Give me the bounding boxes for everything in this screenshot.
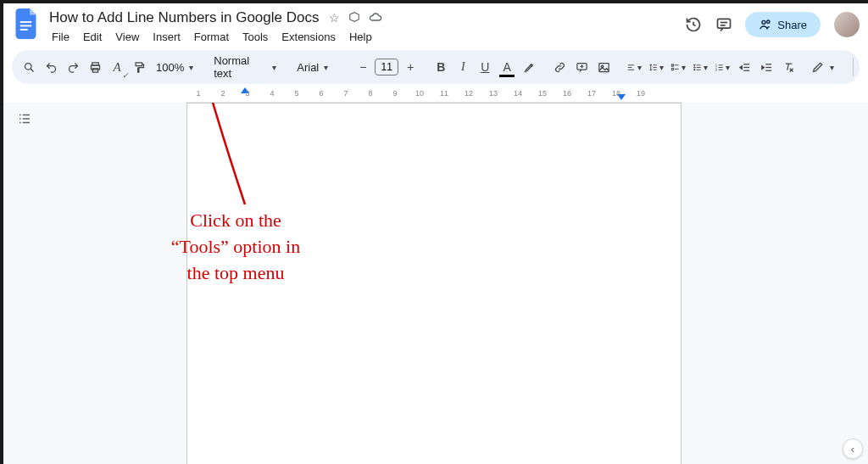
print-icon[interactable] bbox=[85, 56, 105, 78]
bold-icon[interactable]: B bbox=[431, 56, 451, 78]
menu-edit[interactable]: Edit bbox=[77, 29, 108, 45]
cloud-status-icon[interactable] bbox=[369, 11, 382, 25]
annotation-line: the top menu bbox=[151, 260, 320, 287]
ruler-row: 12345678910111213141516171819 bbox=[3, 87, 868, 103]
spellcheck-icon[interactable]: A✓ bbox=[107, 56, 127, 78]
share-button[interactable]: Share bbox=[745, 12, 821, 37]
caret-down-icon: ▾ bbox=[324, 63, 328, 72]
undo-icon[interactable] bbox=[41, 56, 61, 78]
bulleted-list-dropdown[interactable]: ▾ bbox=[690, 56, 710, 78]
menu-extensions[interactable]: Extensions bbox=[275, 29, 342, 45]
docs-logo[interactable] bbox=[12, 8, 42, 39]
underline-icon[interactable]: U bbox=[475, 56, 495, 78]
redo-icon[interactable] bbox=[63, 56, 83, 78]
ruler-number: 19 bbox=[637, 89, 645, 98]
svg-text:3: 3 bbox=[715, 69, 717, 72]
people-icon bbox=[759, 18, 772, 31]
line-spacing-dropdown[interactable]: ▾ bbox=[646, 56, 666, 78]
collapse-toolbar-icon[interactable] bbox=[862, 56, 868, 78]
caret-down-icon: ▾ bbox=[272, 63, 276, 72]
ruler-number: 7 bbox=[343, 89, 348, 98]
title-icons: ☆ bbox=[329, 11, 382, 25]
menu-bar: File Edit View Insert Format Tools Exten… bbox=[46, 29, 382, 45]
ruler-number: 1 bbox=[196, 89, 200, 98]
ruler-number: 2 bbox=[220, 89, 225, 98]
explore-fab[interactable]: ‹ bbox=[843, 439, 863, 459]
title-row: How to Add Line Numbers in Google Docs ☆ bbox=[46, 8, 382, 27]
numbered-list-dropdown[interactable]: 123▾ bbox=[712, 56, 732, 78]
highlight-color-icon[interactable] bbox=[519, 56, 539, 78]
ruler-number: 11 bbox=[440, 89, 448, 98]
header-right-controls: Share bbox=[684, 12, 860, 37]
svg-rect-27 bbox=[672, 68, 674, 70]
ruler-number: 16 bbox=[563, 89, 571, 98]
ruler-number: 14 bbox=[514, 89, 522, 98]
share-label: Share bbox=[777, 19, 807, 31]
italic-icon[interactable]: I bbox=[453, 56, 473, 78]
svg-point-30 bbox=[694, 66, 695, 67]
menu-tools[interactable]: Tools bbox=[236, 29, 274, 45]
user-avatar[interactable] bbox=[834, 12, 860, 37]
move-icon[interactable] bbox=[348, 11, 360, 25]
svg-point-7 bbox=[767, 20, 770, 23]
google-docs-app: How to Add Line Numbers in Google Docs ☆… bbox=[3, 3, 868, 464]
search-menus-icon[interactable] bbox=[19, 56, 39, 78]
paragraph-style-dropdown[interactable]: Normal text▾ bbox=[209, 54, 281, 80]
menu-insert[interactable]: Insert bbox=[147, 29, 186, 45]
ruler-number: 6 bbox=[319, 89, 323, 98]
paint-format-icon[interactable] bbox=[129, 56, 149, 78]
zoom-dropdown[interactable]: 100%▾ bbox=[151, 61, 198, 74]
svg-point-6 bbox=[762, 20, 765, 24]
insert-image-icon[interactable] bbox=[593, 56, 614, 78]
toolbar: A✓ 100%▾ Normal text▾ Arial▾ − 11 + B I … bbox=[12, 50, 860, 84]
ruler-number: 9 bbox=[392, 89, 397, 98]
outline-toggle[interactable] bbox=[3, 103, 46, 464]
header: How to Add Line Numbers in Google Docs ☆… bbox=[3, 3, 868, 45]
font-name-value: Arial bbox=[297, 61, 319, 74]
ruler-number: 5 bbox=[294, 89, 298, 98]
font-size-decrease[interactable]: − bbox=[353, 56, 373, 78]
document-canvas: Click on the “Tools” option in the top m… bbox=[3, 103, 868, 464]
increase-indent-icon[interactable] bbox=[756, 56, 776, 78]
decrease-indent-icon[interactable] bbox=[734, 56, 754, 78]
insert-link-icon[interactable] bbox=[549, 56, 570, 78]
menu-help[interactable]: Help bbox=[343, 29, 378, 45]
svg-rect-13 bbox=[136, 62, 142, 65]
caret-down-icon: ▾ bbox=[189, 63, 193, 72]
font-size-input[interactable]: 11 bbox=[375, 59, 398, 75]
clear-formatting-icon[interactable] bbox=[778, 56, 798, 78]
document-title[interactable]: How to Add Line Numbers in Google Docs bbox=[46, 8, 322, 27]
star-icon[interactable]: ☆ bbox=[329, 11, 340, 25]
ruler-number: 4 bbox=[270, 89, 274, 98]
svg-rect-1 bbox=[20, 25, 32, 27]
svg-rect-0 bbox=[20, 21, 32, 23]
annotation-line: “Tools” option in bbox=[151, 234, 320, 260]
ruler-number: 10 bbox=[415, 89, 424, 98]
font-dropdown[interactable]: Arial▾ bbox=[292, 61, 342, 74]
text-color-icon[interactable]: A bbox=[497, 56, 517, 78]
menu-file[interactable]: File bbox=[46, 29, 75, 45]
font-size-increase[interactable]: + bbox=[400, 56, 420, 78]
ruler-number: 18 bbox=[612, 89, 620, 98]
svg-point-29 bbox=[694, 64, 695, 65]
paragraph-style-value: Normal text bbox=[214, 54, 267, 80]
menu-view[interactable]: View bbox=[109, 29, 145, 45]
comments-icon[interactable] bbox=[715, 15, 733, 34]
editing-mode-dropdown[interactable]: ▾ bbox=[800, 57, 844, 77]
svg-rect-17 bbox=[599, 63, 609, 71]
horizontal-ruler[interactable]: 12345678910111213141516171819 bbox=[186, 87, 682, 103]
ruler-number: 13 bbox=[489, 89, 498, 98]
zoom-value: 100% bbox=[156, 61, 184, 74]
annotation-text: Click on the “Tools” option in the top m… bbox=[151, 208, 320, 286]
checklist-dropdown[interactable]: ▾ bbox=[668, 56, 688, 78]
add-comment-icon[interactable] bbox=[571, 56, 592, 78]
font-size-control: − 11 + bbox=[353, 56, 420, 78]
ruler-number: 12 bbox=[465, 89, 473, 98]
svg-rect-2 bbox=[20, 29, 28, 31]
svg-rect-3 bbox=[718, 19, 731, 28]
svg-point-31 bbox=[694, 69, 695, 70]
menu-format[interactable]: Format bbox=[188, 29, 235, 45]
svg-line-9 bbox=[31, 69, 33, 71]
align-dropdown[interactable]: ▾ bbox=[624, 56, 644, 78]
history-icon[interactable] bbox=[684, 15, 703, 34]
